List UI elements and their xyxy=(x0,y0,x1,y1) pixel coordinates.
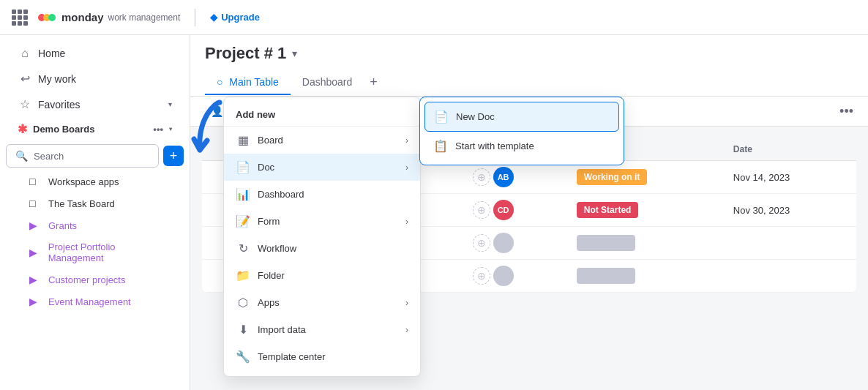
sidebar-event-management-label: Event Management xyxy=(48,296,131,307)
board-title-chevron-icon[interactable]: ▾ xyxy=(292,48,297,59)
favorites-chevron-icon: ▾ xyxy=(168,100,172,108)
sidebar-demo-boards[interactable]: ✱ Demo Boards ••• ▾ xyxy=(6,118,184,140)
main-table-tab-icon: ○ xyxy=(217,76,222,88)
add-new-button[interactable]: + xyxy=(163,146,184,166)
doc-submenu-new-doc[interactable]: 📄 New Doc xyxy=(424,102,619,132)
add-new-menu: Add new ▦ Board › 📄 Doc › 📊 Dashboard 📝 … xyxy=(223,97,421,377)
sidebar-item-event-management[interactable]: ▶ Event Management xyxy=(6,291,184,312)
menu-item-template[interactable]: 🔧 Template center xyxy=(224,343,420,370)
star-icon: ☆ xyxy=(18,97,32,111)
search-box[interactable]: 🔍 Search xyxy=(6,144,159,168)
sidebar-project-portfolio-label: Project Portfolio Management xyxy=(48,241,172,263)
add-tab-button[interactable]: + xyxy=(364,69,384,96)
date-cell-3 xyxy=(725,227,856,260)
sidebar-item-favorites[interactable]: ☆ Favorites ▾ xyxy=(6,92,184,116)
task-board-icon: □ xyxy=(29,198,42,209)
toolbar-more-button[interactable]: ••• xyxy=(839,104,853,119)
apps-arrow-icon: › xyxy=(405,298,408,308)
demo-boards-more-icon: ••• xyxy=(153,124,163,135)
add-person-icon[interactable]: ⊕ xyxy=(473,168,490,186)
logo-text: monday xyxy=(61,11,104,23)
grants-icon: ▶ xyxy=(29,220,42,231)
import-arrow-icon: › xyxy=(405,325,408,335)
search-row: 🔍 Search + xyxy=(0,141,190,170)
add-new-menu-header: Add new xyxy=(224,103,420,127)
new-doc-label: New Doc xyxy=(456,111,495,122)
menu-item-form[interactable]: 📝 Form › xyxy=(224,208,420,235)
status-cell-1: Working on it xyxy=(568,161,725,194)
board-arrow-icon: › xyxy=(405,135,408,146)
form-menu-icon: 📝 xyxy=(236,214,250,228)
sidebar-task-board-label: The Task Board xyxy=(48,198,115,209)
search-placeholder: Search xyxy=(34,151,149,162)
sidebar-item-home[interactable]: ⌂ Home xyxy=(6,42,184,65)
doc-menu-icon: 📄 xyxy=(236,160,250,174)
menu-item-doc[interactable]: 📄 Doc › xyxy=(224,154,420,181)
menu-item-folder[interactable]: 📁 Folder xyxy=(224,262,420,289)
import-menu-label: Import data xyxy=(258,324,398,335)
nav-divider xyxy=(195,9,195,26)
doc-submenu-template[interactable]: 📋 Start with template xyxy=(424,132,619,160)
date-cell-2: Nov 30, 2023 xyxy=(725,194,856,227)
person-icon: 👤 xyxy=(211,105,223,117)
board-tabs: ○ Main Table Dashboard + xyxy=(205,69,853,96)
start-template-label: Start with template xyxy=(455,140,534,151)
demo-boards-icon: ✱ xyxy=(18,122,27,136)
add-person-icon-3[interactable]: ⊕ xyxy=(473,234,490,252)
sidebar-item-workspace-apps[interactable]: □ Workspace apps xyxy=(6,171,184,192)
sidebar-item-project-portfolio[interactable]: ▶ Project Portfolio Management xyxy=(6,237,184,268)
person-cell-2: ⊕ CD xyxy=(464,194,568,227)
start-template-icon: 📋 xyxy=(433,139,448,153)
customer-projects-icon: ▶ xyxy=(29,274,42,285)
sidebar-item-customer-projects[interactable]: ▶ Customer projects xyxy=(6,269,184,290)
person-cell-3: ⊕ xyxy=(464,227,568,260)
status-empty-4 xyxy=(577,268,635,284)
doc-arrow-icon: › xyxy=(405,162,408,173)
menu-item-dashboard[interactable]: 📊 Dashboard xyxy=(224,181,420,208)
status-cell-4 xyxy=(568,260,725,293)
avatar-1: AB xyxy=(493,167,514,187)
sidebar-home-label: Home xyxy=(38,48,172,59)
sidebar-favorites-label: Favorites xyxy=(38,99,162,110)
logo: monday work management xyxy=(37,7,180,28)
date-cell-4 xyxy=(725,260,856,293)
search-icon: 🔍 xyxy=(15,150,28,162)
add-person-icon-4[interactable]: ⊕ xyxy=(473,267,490,285)
tab-main-table[interactable]: ○ Main Table xyxy=(205,70,291,95)
menu-item-apps[interactable]: ⬡ Apps › xyxy=(224,289,420,316)
person-cell-4: ⊕ xyxy=(464,260,568,293)
menu-item-board[interactable]: ▦ Board › xyxy=(224,127,420,154)
project-portfolio-icon: ▶ xyxy=(29,247,42,258)
board-title-row: Project # 1 ▾ xyxy=(205,44,853,63)
sidebar-item-grants[interactable]: ▶ Grants xyxy=(6,215,184,236)
sidebar-item-task-board[interactable]: □ The Task Board xyxy=(6,193,184,214)
template-menu-label: Template center xyxy=(258,351,408,362)
menu-item-import[interactable]: ⬇ Import data › xyxy=(224,316,420,343)
menu-item-workflow[interactable]: ↻ Workflow xyxy=(224,235,420,262)
my-work-icon: ↩ xyxy=(18,72,32,86)
status-cell-2: Not Started xyxy=(568,194,725,227)
grid-menu-icon[interactable] xyxy=(12,10,28,26)
sidebar-item-my-work[interactable]: ↩ My work xyxy=(6,67,184,91)
doc-submenu: 📄 New Doc 📋 Start with template xyxy=(419,97,624,165)
status-empty-3 xyxy=(577,235,635,251)
svg-point-2 xyxy=(48,14,56,21)
status-badge-1: Working on it xyxy=(577,169,647,185)
tab-dashboard[interactable]: Dashboard xyxy=(291,70,364,95)
event-management-icon: ▶ xyxy=(29,296,42,307)
add-person-icon-2[interactable]: ⊕ xyxy=(473,201,490,219)
sidebar-demo-boards-label: Demo Boards xyxy=(33,124,147,135)
board-menu-icon: ▦ xyxy=(236,133,250,147)
sidebar-customer-projects-label: Customer projects xyxy=(48,274,125,285)
date-cell-1: Nov 14, 2023 xyxy=(725,161,856,194)
status-badge-2: Not Started xyxy=(577,202,639,218)
board-menu-label: Board xyxy=(258,135,398,146)
workflow-menu-label: Workflow xyxy=(258,243,408,254)
folder-menu-label: Folder xyxy=(258,270,408,281)
status-cell-3 xyxy=(568,227,725,260)
board-header: Project # 1 ▾ ○ Main Table Dashboard + xyxy=(190,35,868,97)
top-nav: monday work management ◆ Upgrade xyxy=(0,0,868,35)
new-doc-icon: 📄 xyxy=(434,110,449,124)
sidebar: ⌂ Home ↩ My work ☆ Favorites ▾ ✱ Demo Bo… xyxy=(0,35,190,390)
upgrade-button[interactable]: ◆ Upgrade xyxy=(210,12,260,23)
